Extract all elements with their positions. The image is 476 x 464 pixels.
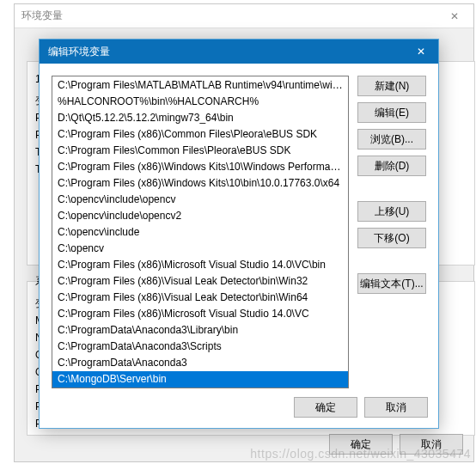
list-item[interactable]: C:\opencv\include\opencv2 [52,208,348,224]
modal-titlebar: 编辑环境变量 [40,40,438,64]
list-item[interactable]: C:\Program Files (x86)\Windows Kits\10\b… [52,175,348,192]
movedown-button[interactable]: 下移(O) [357,228,426,248]
close-icon: ✕ [450,10,459,22]
modal-title: 编辑环境变量 [48,45,110,59]
modal-footer: 确定 取消 [294,397,428,418]
list-item[interactable]: C:\Program Files (x86)\Microsoft Visual … [52,306,348,322]
spacer [357,182,426,201]
modal-body: C:\Program Files\TortoiseSVN\binC:\Progr… [40,64,438,388]
parent-title: 环境变量 [21,9,63,23]
parent-ok-button[interactable]: 确定 [329,434,393,455]
list-item[interactable]: C:\Program Files\Common Files\Pleora\eBU… [52,143,348,159]
list-item[interactable]: C:\ProgramData\Anaconda3\Scripts [52,339,348,355]
parent-close-button[interactable]: ✕ [436,4,473,28]
list-item[interactable]: D:\Qt\Qt5.12.2\5.12.2\mingw73_64\bin [52,110,348,126]
list-item[interactable]: C:\Program Files (x86)\Windows Kits\10\W… [52,159,348,175]
parent-cancel-button[interactable]: 取消 [400,434,463,455]
new-button[interactable]: 新建(N) [357,76,426,96]
button-column: 新建(N) 编辑(E) 浏览(B)... 删除(D) 上移(U) 下移(O) 编… [357,76,426,388]
delete-button[interactable]: 删除(D) [357,156,426,176]
list-item[interactable]: C:\Program Files (x86)\Visual Leak Detec… [52,290,348,306]
modal-close-button[interactable]: ✕ [404,40,438,64]
path-listbox[interactable]: C:\Program Files\TortoiseSVN\binC:\Progr… [52,76,349,388]
browse-button[interactable]: 浏览(B)... [357,129,426,150]
edit-button[interactable]: 编辑(E) [357,102,426,123]
edit-env-var-dialog: 编辑环境变量 ✕ C:\Program Files\TortoiseSVN\bi… [39,39,439,429]
list-item[interactable]: C:\Program Files\MATLAB\MATLAB Runtime\v… [52,77,348,94]
parent-titlebar: 环境变量 ✕ [15,4,473,28]
list-item[interactable]: C:\Program Files (x86)\Visual Leak Detec… [52,273,348,290]
cancel-button[interactable]: 取消 [364,397,428,418]
ok-button[interactable]: 确定 [294,397,357,418]
parent-button-row: 确定 取消 [329,434,463,455]
list-item[interactable]: C:\opencv [52,241,348,257]
list-item[interactable]: C:\Program Files (x86)\Common Files\Pleo… [52,126,348,143]
list-item[interactable]: %HALCONROOT%\bin\%HALCONARCH% [52,94,348,110]
edittext-button[interactable]: 编辑文本(T)... [357,273,426,294]
list-item[interactable]: C:\MongoDB\Server\bin [52,371,348,388]
list-item[interactable]: C:\opencv\include [52,224,348,241]
list-item[interactable]: C:\Program Files (x86)\Microsoft Visual … [52,257,348,273]
list-item[interactable]: C:\opencv\include\opencv [52,192,348,208]
moveup-button[interactable]: 上移(U) [357,201,426,222]
list-item[interactable]: C:\ProgramData\Anaconda3 [52,355,348,371]
close-icon: ✕ [417,46,425,58]
spacer [357,254,426,273]
list-item[interactable]: C:\ProgramData\Anaconda3\Library\bin [52,322,348,339]
